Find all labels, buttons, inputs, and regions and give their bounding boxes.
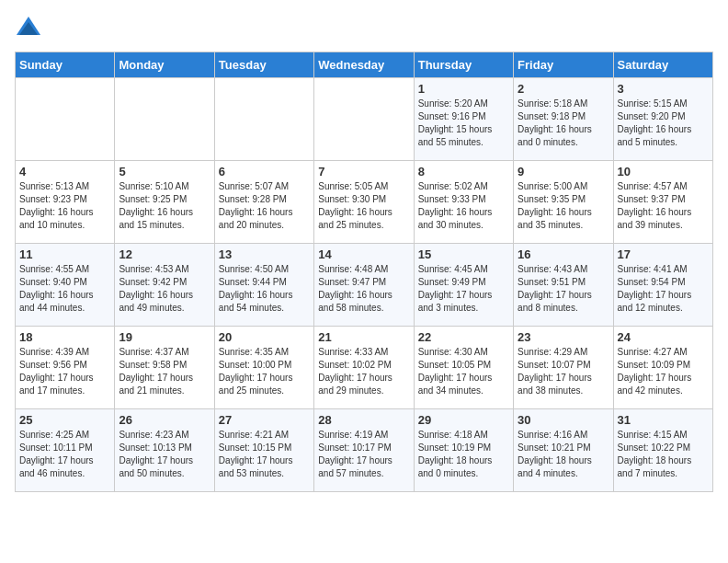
day-number: 25	[19, 413, 110, 427]
day-number: 17	[618, 247, 709, 261]
day-cell	[115, 78, 214, 161]
day-cell: 29Sunrise: 4:18 AM Sunset: 10:19 PM Dayl…	[414, 409, 513, 492]
day-info: Sunrise: 5:20 AM Sunset: 9:16 PM Dayligh…	[418, 98, 509, 149]
day-info: Sunrise: 5:02 AM Sunset: 9:33 PM Dayligh…	[418, 180, 509, 232]
day-number: 31	[618, 413, 709, 427]
day-cell: 30Sunrise: 4:16 AM Sunset: 10:21 PM Dayl…	[514, 409, 613, 492]
day-number: 24	[618, 330, 709, 344]
day-info: Sunrise: 5:15 AM Sunset: 9:20 PM Dayligh…	[618, 98, 709, 149]
day-info: Sunrise: 5:13 AM Sunset: 9:23 PM Dayligh…	[19, 180, 110, 232]
day-number: 2	[518, 82, 609, 96]
day-info: Sunrise: 4:50 AM Sunset: 9:44 PM Dayligh…	[219, 263, 310, 315]
week-row-3: 11Sunrise: 4:55 AM Sunset: 9:40 PM Dayli…	[16, 244, 713, 327]
day-info: Sunrise: 4:39 AM Sunset: 9:56 PM Dayligh…	[19, 346, 110, 397]
day-cell: 25Sunrise: 4:25 AM Sunset: 10:11 PM Dayl…	[16, 409, 115, 492]
day-info: Sunrise: 5:05 AM Sunset: 9:30 PM Dayligh…	[318, 180, 409, 232]
calendar-table: SundayMondayTuesdayWednesdayThursdayFrid…	[15, 52, 713, 492]
day-cell: 24Sunrise: 4:27 AM Sunset: 10:09 PM Dayl…	[613, 327, 712, 409]
day-header-friday: Friday	[514, 52, 613, 78]
day-header-monday: Monday	[115, 52, 214, 78]
day-number: 14	[318, 247, 409, 261]
day-info: Sunrise: 4:18 AM Sunset: 10:19 PM Daylig…	[418, 429, 509, 480]
day-number: 28	[318, 413, 409, 427]
day-header-row: SundayMondayTuesdayWednesdayThursdayFrid…	[16, 52, 713, 78]
day-info: Sunrise: 4:23 AM Sunset: 10:13 PM Daylig…	[119, 429, 210, 480]
day-number: 3	[618, 82, 709, 96]
day-cell: 19Sunrise: 4:37 AM Sunset: 9:58 PM Dayli…	[115, 327, 214, 409]
day-info: Sunrise: 4:53 AM Sunset: 9:42 PM Dayligh…	[119, 263, 210, 315]
day-info: Sunrise: 4:30 AM Sunset: 10:05 PM Daylig…	[418, 346, 509, 397]
day-number: 4	[19, 165, 110, 178]
day-number: 15	[418, 247, 509, 261]
day-cell: 22Sunrise: 4:30 AM Sunset: 10:05 PM Dayl…	[414, 327, 513, 409]
day-cell: 14Sunrise: 4:48 AM Sunset: 9:47 PM Dayli…	[314, 244, 414, 327]
day-info: Sunrise: 4:55 AM Sunset: 9:40 PM Dayligh…	[19, 263, 110, 315]
day-cell: 26Sunrise: 4:23 AM Sunset: 10:13 PM Dayl…	[115, 409, 214, 492]
day-number: 27	[219, 413, 310, 427]
day-cell	[314, 78, 414, 161]
day-cell: 28Sunrise: 4:19 AM Sunset: 10:17 PM Dayl…	[314, 409, 414, 492]
week-row-2: 4Sunrise: 5:13 AM Sunset: 9:23 PM Daylig…	[16, 161, 713, 244]
day-info: Sunrise: 4:57 AM Sunset: 9:37 PM Dayligh…	[618, 180, 709, 232]
day-info: Sunrise: 4:35 AM Sunset: 10:00 PM Daylig…	[219, 346, 310, 397]
day-number: 22	[418, 330, 509, 344]
day-info: Sunrise: 4:19 AM Sunset: 10:17 PM Daylig…	[318, 429, 409, 480]
day-cell: 8Sunrise: 5:02 AM Sunset: 9:33 PM Daylig…	[414, 161, 513, 244]
day-cell: 4Sunrise: 5:13 AM Sunset: 9:23 PM Daylig…	[16, 161, 115, 244]
day-number: 30	[518, 413, 609, 427]
day-cell: 1Sunrise: 5:20 AM Sunset: 9:16 PM Daylig…	[414, 78, 513, 161]
day-cell: 6Sunrise: 5:07 AM Sunset: 9:28 PM Daylig…	[214, 161, 313, 244]
day-info: Sunrise: 4:21 AM Sunset: 10:15 PM Daylig…	[219, 429, 310, 480]
day-header-sunday: Sunday	[16, 52, 115, 78]
logo-icon	[15, 15, 42, 42]
day-header-wednesday: Wednesday	[314, 52, 414, 78]
day-info: Sunrise: 4:45 AM Sunset: 9:49 PM Dayligh…	[418, 263, 509, 315]
day-info: Sunrise: 4:43 AM Sunset: 9:51 PM Dayligh…	[518, 263, 609, 315]
day-info: Sunrise: 4:29 AM Sunset: 10:07 PM Daylig…	[518, 346, 609, 397]
day-cell: 20Sunrise: 4:35 AM Sunset: 10:00 PM Dayl…	[214, 327, 313, 409]
day-info: Sunrise: 5:10 AM Sunset: 9:25 PM Dayligh…	[119, 180, 210, 232]
day-cell: 27Sunrise: 4:21 AM Sunset: 10:15 PM Dayl…	[214, 409, 313, 492]
day-number: 12	[119, 247, 210, 261]
week-row-4: 18Sunrise: 4:39 AM Sunset: 9:56 PM Dayli…	[16, 327, 713, 409]
day-cell: 10Sunrise: 4:57 AM Sunset: 9:37 PM Dayli…	[613, 161, 712, 244]
day-number: 10	[618, 165, 709, 178]
day-number: 6	[219, 165, 310, 178]
day-number: 23	[518, 330, 609, 344]
day-number: 20	[219, 330, 310, 344]
day-number: 21	[318, 330, 409, 344]
day-cell: 5Sunrise: 5:10 AM Sunset: 9:25 PM Daylig…	[115, 161, 214, 244]
day-cell: 11Sunrise: 4:55 AM Sunset: 9:40 PM Dayli…	[16, 244, 115, 327]
day-cell: 16Sunrise: 4:43 AM Sunset: 9:51 PM Dayli…	[514, 244, 613, 327]
day-cell: 12Sunrise: 4:53 AM Sunset: 9:42 PM Dayli…	[115, 244, 214, 327]
day-number: 1	[418, 82, 509, 96]
day-header-tuesday: Tuesday	[214, 52, 313, 78]
day-cell: 9Sunrise: 5:00 AM Sunset: 9:35 PM Daylig…	[514, 161, 613, 244]
day-number: 9	[518, 165, 609, 178]
week-row-1: 1Sunrise: 5:20 AM Sunset: 9:16 PM Daylig…	[16, 78, 713, 161]
day-number: 7	[318, 165, 409, 178]
day-cell: 3Sunrise: 5:15 AM Sunset: 9:20 PM Daylig…	[613, 78, 712, 161]
day-info: Sunrise: 4:48 AM Sunset: 9:47 PM Dayligh…	[318, 263, 409, 315]
day-info: Sunrise: 4:41 AM Sunset: 9:54 PM Dayligh…	[618, 263, 709, 315]
day-cell: 23Sunrise: 4:29 AM Sunset: 10:07 PM Dayl…	[514, 327, 613, 409]
day-info: Sunrise: 5:00 AM Sunset: 9:35 PM Dayligh…	[518, 180, 609, 232]
day-number: 13	[219, 247, 310, 261]
day-cell: 7Sunrise: 5:05 AM Sunset: 9:30 PM Daylig…	[314, 161, 414, 244]
day-number: 8	[418, 165, 509, 178]
day-info: Sunrise: 5:07 AM Sunset: 9:28 PM Dayligh…	[219, 180, 310, 232]
day-info: Sunrise: 4:33 AM Sunset: 10:02 PM Daylig…	[318, 346, 409, 397]
day-number: 26	[119, 413, 210, 427]
week-row-5: 25Sunrise: 4:25 AM Sunset: 10:11 PM Dayl…	[16, 409, 713, 492]
day-info: Sunrise: 4:16 AM Sunset: 10:21 PM Daylig…	[518, 429, 609, 480]
day-header-thursday: Thursday	[414, 52, 513, 78]
logo	[15, 15, 46, 42]
day-cell: 31Sunrise: 4:15 AM Sunset: 10:22 PM Dayl…	[613, 409, 712, 492]
day-cell	[214, 78, 313, 161]
day-info: Sunrise: 4:15 AM Sunset: 10:22 PM Daylig…	[618, 429, 709, 480]
day-cell: 17Sunrise: 4:41 AM Sunset: 9:54 PM Dayli…	[613, 244, 712, 327]
day-number: 19	[119, 330, 210, 344]
day-cell: 15Sunrise: 4:45 AM Sunset: 9:49 PM Dayli…	[414, 244, 513, 327]
page-header	[15, 15, 713, 42]
day-cell: 13Sunrise: 4:50 AM Sunset: 9:44 PM Dayli…	[214, 244, 313, 327]
